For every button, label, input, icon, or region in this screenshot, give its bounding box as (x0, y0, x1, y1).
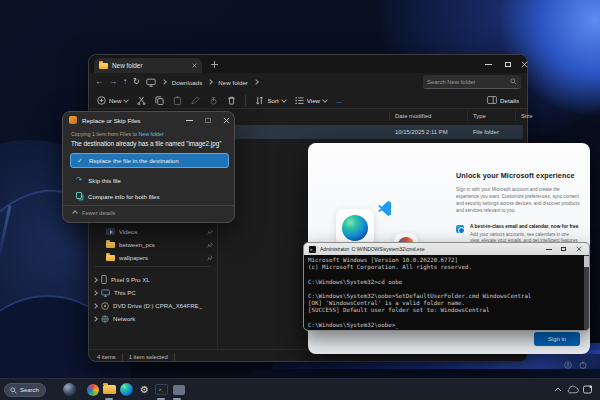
sidebar-item-this-pc[interactable]: This PC (89, 286, 217, 299)
tray-status-icon[interactable] (583, 385, 593, 394)
share-icon[interactable] (209, 96, 218, 105)
back-icon[interactable]: ← (95, 78, 103, 86)
view-button[interactable]: View (295, 96, 327, 105)
expand-chevron-icon[interactable] (92, 277, 98, 283)
console-line (308, 315, 580, 322)
explorer-tab[interactable]: New folder (94, 58, 202, 73)
dialog-message: The destination already has a file named… (71, 140, 221, 147)
compare-files-option[interactable]: Compare info for both files (70, 190, 229, 202)
dialog-close-button[interactable] (219, 114, 233, 126)
console-line: [SUCCESS] Default user folder set to: Wi… (308, 307, 580, 314)
skip-file-option[interactable]: ↷ Skip this file (70, 174, 229, 186)
status-divider (122, 353, 123, 361)
column-header-date-modified[interactable]: Date modified (395, 113, 431, 119)
replace-file-option[interactable]: ✓ Replace the file in the destination (70, 153, 229, 168)
expand-chevron-icon[interactable] (92, 290, 98, 296)
column-header-size[interactable]: Size (521, 113, 532, 119)
rename-icon[interactable] (191, 96, 200, 105)
sidebar-item-videos[interactable]: Videos (89, 225, 217, 238)
copy-icon[interactable] (155, 96, 164, 105)
console-line: C:\Windows\System32\oobe>SetDefaultUserF… (308, 293, 580, 300)
taskbar-copilot-sphere-icon[interactable] (62, 382, 77, 397)
breadcrumb-root-icon[interactable] (146, 78, 156, 87)
taskbar-oobe-app-icon[interactable] (171, 382, 186, 397)
tray-chevron-up-icon[interactable] (554, 387, 562, 392)
refresh-icon[interactable]: ↻ (133, 78, 140, 86)
taskbar-search[interactable]: Search (4, 383, 46, 397)
search-icon (10, 387, 17, 394)
expand-chevron-icon[interactable] (92, 316, 98, 322)
column-header-type[interactable]: Type (473, 113, 486, 119)
view-icon (295, 96, 304, 105)
dialog-maximize-button (201, 114, 215, 126)
explorer-tab-strip: New folder (89, 55, 527, 73)
tab-close-icon[interactable] (192, 63, 197, 68)
sidebar-item-wallpapers[interactable]: wallpapers (89, 251, 217, 264)
taskbar-terminal-icon[interactable]: >_ (154, 382, 169, 397)
more-options-icon[interactable]: … (336, 97, 342, 104)
tab-title: New folder (112, 62, 188, 69)
replace-or-skip-dialog: Replace or Skip Files Copying 1 item fro… (62, 111, 235, 223)
breadcrumb-separator-icon (207, 79, 213, 85)
details-pane-button[interactable]: Details (487, 96, 519, 104)
skip-icon: ↷ (76, 176, 82, 184)
minimize-button[interactable] (481, 58, 495, 70)
breadcrumb-new-folder[interactable]: New folder (218, 79, 248, 86)
file-row-selected[interactable]: 10/15/2025 2:11 PM File folder (219, 125, 523, 139)
search-input[interactable] (427, 79, 510, 85)
console-scrollbar-thumb[interactable] (584, 256, 589, 267)
sign-in-button[interactable]: Sign in (534, 332, 580, 346)
oobe-body-text: Sign in with your Microsoft account and … (456, 187, 580, 215)
accessibility-icon[interactable] (564, 361, 572, 369)
copy-dialog-icon (69, 116, 77, 124)
taskbar-settings-icon[interactable]: ⚙ (137, 382, 152, 397)
cut-icon[interactable] (137, 96, 146, 105)
console-line: [OK] 'WindowsCentral' is a valid folder … (308, 300, 580, 307)
console-line: Microsoft Windows [Version 10.0.26220.67… (308, 257, 580, 264)
folder-icon (106, 242, 115, 248)
cmd-title: Administrator: C:\WINDOWS\system32\cmd.e… (320, 247, 539, 252)
taskbar-copilot-icon[interactable] (85, 382, 100, 397)
power-icon[interactable] (579, 361, 587, 369)
fewer-details-button[interactable]: Fewer details (73, 210, 115, 216)
explorer-toolbar: New Sort View … Details (89, 92, 527, 109)
search-icon (510, 78, 517, 85)
dialog-minimize-button[interactable] (182, 114, 196, 126)
maximize-button[interactable] (501, 58, 515, 70)
cmd-maximize-button[interactable] (558, 247, 569, 251)
new-button[interactable]: New (97, 96, 128, 105)
column-divider (515, 111, 516, 121)
explorer-address-bar: ← → ↑ ↻ Downloads New folder (89, 73, 527, 91)
forward-icon[interactable]: → (109, 78, 117, 86)
sidebar-item-dvd-drive[interactable]: DVD Drive (D:) CPRA_X64FRE_ (89, 299, 217, 312)
taskbar-file-explorer-icon[interactable] (102, 382, 117, 397)
expand-chevron-icon[interactable] (92, 303, 98, 309)
breadcrumb-downloads[interactable]: Downloads (172, 79, 203, 86)
command-prompt-window: >_ Administrator: C:\WINDOWS\system32\cm… (303, 242, 590, 331)
wallpaper-streak-3 (246, 369, 600, 378)
console-line: (c) Microsoft Corporation. All rights re… (308, 264, 580, 271)
delete-icon[interactable] (227, 96, 236, 105)
sort-button[interactable]: Sort (255, 96, 285, 105)
new-tab-icon[interactable] (211, 61, 218, 68)
sidebar-item-network[interactable]: Network (89, 312, 217, 325)
close-button[interactable] (517, 58, 531, 70)
sidebar-item-pixel-9-pro-xl[interactable]: Pixel 9 Pro XL (89, 273, 217, 286)
file-date-modified: 10/15/2025 2:11 PM (395, 129, 448, 135)
network-icon (101, 315, 109, 323)
edge-logo-icon (342, 215, 368, 241)
sidebar-item-between-pcs[interactable]: between_pcs (89, 238, 217, 251)
up-icon[interactable]: ↑ (123, 78, 127, 86)
console-line: C:\Windows\System32\oobe>_ (308, 322, 580, 329)
dialog-title-bar: Replace or Skip Files (69, 116, 140, 124)
search-box[interactable] (423, 75, 521, 89)
onedrive-cloud-icon[interactable] (566, 385, 579, 394)
console-output[interactable]: Microsoft Windows [Version 10.0.26220.67… (304, 255, 584, 330)
cmd-title-bar[interactable]: >_ Administrator: C:\WINDOWS\system32\cm… (304, 243, 589, 255)
sidebar-separator (95, 266, 211, 267)
cmd-close-button[interactable] (573, 246, 584, 252)
paste-icon[interactable] (173, 96, 182, 105)
folder-icon (106, 255, 115, 261)
cmd-minimize-button[interactable] (543, 249, 554, 250)
taskbar-edge-icon[interactable] (119, 382, 134, 397)
